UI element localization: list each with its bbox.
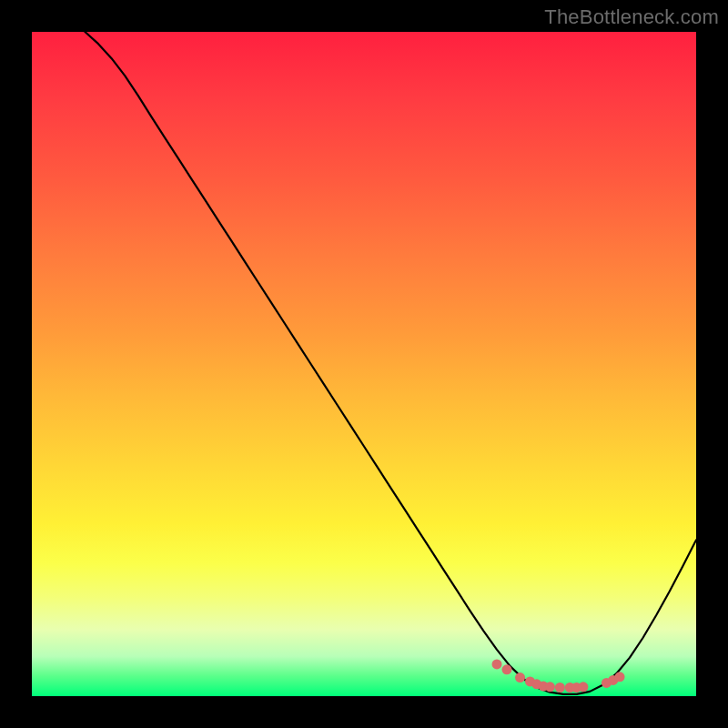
marker-dot [578,682,588,692]
marker-group [492,659,625,693]
marker-dot [545,682,555,692]
marker-dot [615,672,625,682]
marker-dot [555,682,565,693]
bottleneck-curve [85,32,696,694]
marker-dot [515,672,525,682]
plot-area [32,32,696,696]
marker-dot [501,664,511,674]
curve-svg [32,32,696,696]
marker-dot [492,659,502,669]
chart-container: TheBottleneck.com [0,0,728,728]
watermark-text: TheBottleneck.com [544,5,719,29]
